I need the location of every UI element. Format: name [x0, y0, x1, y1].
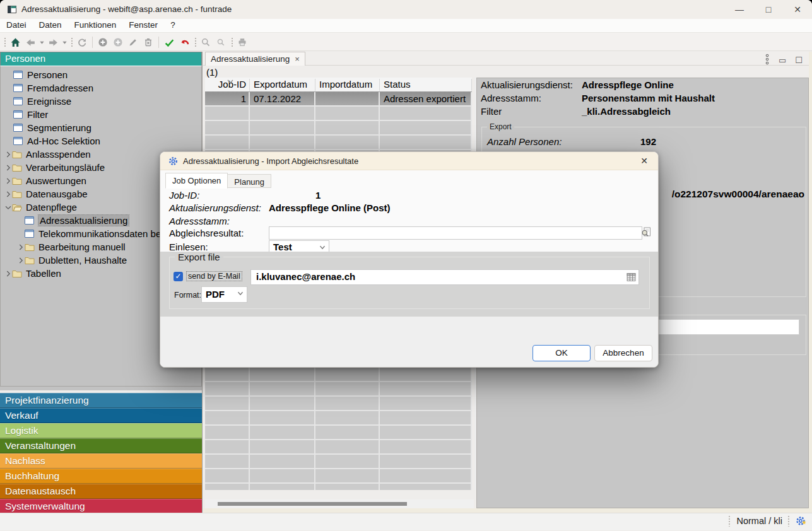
tree-item-ereignisse[interactable]: Ereignisse [1, 95, 201, 108]
arrow-right-icon[interactable] [45, 35, 61, 49]
tree-item-label[interactable]: Bearbeitung manuell [38, 242, 126, 252]
table-row[interactable] [205, 484, 472, 490]
window-close-button[interactable]: ✕ [783, 0, 812, 19]
grid-picker-icon[interactable] [626, 272, 637, 283]
undo-icon[interactable] [177, 35, 192, 49]
sidebar-header-personen[interactable]: Personen [0, 52, 202, 66]
home-icon[interactable] [8, 35, 23, 49]
panel-minimize-icon[interactable]: ▭ [779, 55, 786, 66]
table-row[interactable] [205, 426, 472, 440]
email-input[interactable]: i.kluvanec@arenae.ch [250, 269, 639, 285]
collapse-icon[interactable] [4, 203, 13, 212]
table-row-selected[interactable]: 107.12.2022Adressen exportiert [205, 92, 472, 107]
expand-icon[interactable] [4, 150, 13, 159]
tab-close-icon[interactable]: × [295, 54, 300, 64]
settings-gear-icon[interactable] [796, 515, 807, 527]
expand-icon[interactable] [4, 163, 13, 172]
ok-button[interactable]: OK [533, 345, 591, 361]
cancel-button[interactable]: Abbrechen [594, 345, 652, 361]
table-row[interactable] [205, 455, 472, 469]
menu-item-?[interactable]: ? [164, 19, 182, 31]
tree-item-filter[interactable]: Filter [1, 108, 201, 122]
expand-icon[interactable] [4, 269, 13, 278]
tree-item-fremdadressen[interactable]: Fremdadressen [1, 82, 201, 95]
tree-item-ad-hoc-selektion[interactable]: Ad-Hoc Selektion [1, 135, 201, 148]
edit-pencil-icon[interactable] [126, 35, 141, 49]
menu-item-fenster[interactable]: Fenster [122, 19, 164, 31]
add-circle-light-icon[interactable] [110, 35, 126, 49]
tree-item-label[interactable]: Anlassspenden [26, 149, 91, 160]
tree-item-label[interactable]: Segmentierung [27, 122, 91, 133]
tree-item-label[interactable]: Fremdadressen [27, 83, 93, 93]
send-by-email-checkbox[interactable]: ✓ [174, 272, 183, 281]
table-row[interactable] [205, 136, 472, 150]
table-row[interactable] [205, 397, 472, 411]
scrollbar-thumb[interactable] [218, 502, 407, 506]
expand-icon[interactable] [16, 243, 25, 252]
print-icon[interactable] [235, 35, 250, 49]
window-minimize-button[interactable]: — [725, 0, 754, 19]
tab-adressaktualisierung[interactable]: Adressaktualisierung× [205, 52, 305, 66]
column-header-exportdatum[interactable]: Exportdatum [250, 78, 315, 92]
back-dropdown-icon[interactable] [38, 35, 45, 49]
toolbar-grip[interactable] [3, 37, 6, 48]
forward-dropdown-icon[interactable] [61, 35, 68, 49]
table-row[interactable] [205, 469, 472, 484]
add-circle-icon[interactable] [95, 35, 110, 49]
tree-item-label[interactable]: Dubletten, Haushalte [38, 255, 127, 266]
toolbar-grip[interactable] [69, 37, 73, 48]
band-projektfinanzierung[interactable]: Projektfinanzierung [0, 393, 202, 408]
dialog-tab-planung[interactable]: Planung [228, 174, 271, 188]
menu-item-datei[interactable]: Datei [0, 19, 33, 31]
tree-item-label[interactable]: Telekommunikationsdaten be [38, 228, 161, 239]
band-nachlass[interactable]: Nachlass [0, 453, 202, 469]
table-row[interactable] [205, 368, 472, 382]
dialog-tab-job-optionen[interactable]: Job Optionen [165, 173, 228, 189]
table-row[interactable] [205, 107, 472, 121]
toolbar-grip[interactable] [193, 37, 197, 48]
expand-icon[interactable] [4, 177, 13, 185]
table-row[interactable] [205, 382, 472, 397]
toolbar-grip[interactable] [230, 37, 233, 48]
tree-item-label[interactable]: Personen [27, 69, 68, 80]
horizontal-scrollbar[interactable] [205, 499, 474, 508]
tree-item-label[interactable]: Ad-Hoc Selektion [27, 136, 100, 146]
format-select[interactable]: PDF [201, 286, 247, 303]
menu-item-daten[interactable]: Daten [33, 19, 68, 31]
expand-icon[interactable] [4, 190, 13, 199]
search-small-icon[interactable] [213, 35, 228, 49]
more-options-icon[interactable] [765, 54, 770, 67]
column-header-status[interactable]: Status [380, 78, 472, 92]
tree-item-label[interactable]: Auswertungen [26, 175, 86, 186]
dialog-close-button[interactable]: ✕ [638, 155, 650, 168]
tree-item-label[interactable]: Ereignisse [27, 96, 71, 107]
table-row[interactable] [205, 411, 472, 426]
abgleichsresultat-input[interactable] [269, 226, 642, 240]
tree-item-label[interactable]: Filter [27, 109, 48, 120]
arrow-left-icon[interactable] [23, 35, 38, 49]
band-verkauf[interactable]: Verkauf [0, 408, 202, 423]
table-row[interactable] [205, 440, 472, 455]
table-row[interactable] [205, 121, 472, 136]
window-maximize-button[interactable]: □ [754, 0, 783, 19]
band-logistik[interactable]: Logistik [0, 423, 202, 438]
tree-item-label[interactable]: Verarbeitungsläufe [26, 162, 105, 173]
tree-item-personen[interactable]: Personen [1, 69, 201, 82]
tree-item-label[interactable]: Tabellen [26, 268, 61, 279]
tree-item-label[interactable]: Datenpflege [26, 202, 77, 213]
tree-item-label[interactable]: Adressaktualisierung [38, 215, 129, 226]
panel-maximize-icon[interactable]: ☐ [795, 55, 803, 66]
file-search-icon[interactable] [640, 226, 652, 238]
band-systemverwaltung[interactable]: Systemverwaltung [0, 499, 202, 514]
band-veranstaltungen[interactable]: Veranstaltungen [0, 438, 202, 453]
refresh-icon[interactable] [74, 35, 90, 49]
tree-item-label[interactable]: Datenausgabe [26, 189, 88, 199]
column-header-jobid[interactable]: Job-ID [205, 78, 250, 92]
search-icon[interactable] [198, 35, 213, 49]
expand-icon[interactable] [16, 256, 25, 265]
menu-item-funktionen[interactable]: Funktionen [68, 19, 123, 31]
band-datenaustausch[interactable]: Datenaustausch [0, 484, 202, 499]
confirm-check-icon[interactable] [162, 35, 177, 49]
delete-trash-icon[interactable] [141, 35, 156, 49]
column-header-importdatum[interactable]: Importdatum [315, 78, 380, 92]
